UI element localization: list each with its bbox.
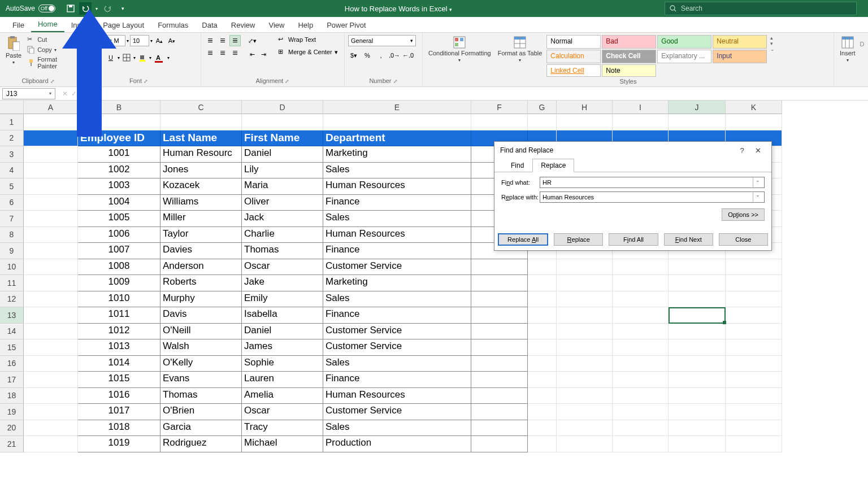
cell-A6[interactable] [24, 195, 78, 211]
fill-handle[interactable] [723, 321, 726, 324]
format-as-table-button[interactable]: Format as Table▾ [496, 35, 545, 64]
cell-E14[interactable]: Customer Service [323, 324, 471, 340]
cell-I13[interactable] [613, 307, 669, 324]
cell-B16[interactable]: 1014 [78, 356, 160, 372]
cell-G10[interactable] [528, 259, 557, 276]
row-header-14[interactable]: 14 [0, 324, 24, 340]
cell-I17[interactable] [613, 372, 669, 388]
cell-D1[interactable] [242, 114, 323, 130]
cell-D11[interactable]: Jake [242, 275, 323, 291]
cell-D3[interactable]: Daniel [242, 146, 323, 163]
tab-file[interactable]: File [6, 18, 31, 32]
column-header-I[interactable]: I [613, 101, 669, 114]
style-explanatory-[interactable]: Explanatory ... [657, 50, 711, 63]
cell-E15[interactable]: Customer Service [323, 339, 471, 356]
tab-data[interactable]: Data [195, 18, 224, 32]
cell-B6[interactable]: 1004 [78, 195, 160, 211]
cell-K20[interactable] [726, 420, 782, 437]
align-bottom-button[interactable]: ≡ [229, 35, 241, 46]
cell-K1[interactable] [726, 114, 782, 130]
cell-A10[interactable] [24, 259, 78, 276]
cell-B13[interactable]: 1011 [78, 307, 160, 324]
cell-K21[interactable] [726, 436, 782, 452]
font-size-input[interactable] [130, 35, 149, 46]
styles-more[interactable]: ⌄ [770, 46, 775, 52]
underline-button[interactable]: U [105, 52, 116, 63]
cell-I20[interactable] [613, 420, 669, 437]
cell-D17[interactable]: Lauren [242, 372, 323, 388]
tab-formulas[interactable]: Formulas [151, 18, 195, 32]
cell-C10[interactable]: Anderson [160, 259, 242, 276]
search-box[interactable]: Search [665, 2, 857, 15]
cell-H1[interactable] [557, 114, 613, 130]
cell-E13[interactable]: Finance [323, 307, 471, 324]
cell-A21[interactable] [24, 436, 78, 452]
cell-K19[interactable] [726, 404, 782, 420]
cell-H12[interactable] [557, 291, 613, 308]
help-button[interactable]: ? [734, 146, 750, 155]
number-launcher[interactable]: ⤢ [393, 79, 398, 84]
undo-button[interactable] [79, 2, 92, 15]
cell-D12[interactable]: Emily [242, 291, 323, 308]
cell-B9[interactable]: 1007 [78, 243, 160, 259]
wrap-text-button[interactable]: ↩Wrap Text [277, 35, 339, 44]
cell-G12[interactable] [528, 291, 557, 308]
cell-H19[interactable] [557, 404, 613, 420]
cell-K12[interactable] [726, 291, 782, 308]
cell-A19[interactable] [24, 404, 78, 420]
cell-D10[interactable]: Oscar [242, 259, 323, 276]
cell-D9[interactable]: Thomas [242, 243, 323, 259]
chevron-down-icon[interactable]: ▾ [127, 38, 129, 43]
row-header-20[interactable]: 20 [0, 420, 24, 437]
cell-C16[interactable]: O'Kelly [160, 356, 242, 372]
cell-F18[interactable] [471, 388, 528, 404]
column-header-E[interactable]: E [323, 101, 471, 114]
cell-E11[interactable]: Marketing [323, 275, 471, 291]
cell-A17[interactable] [24, 372, 78, 388]
cell-C1[interactable] [160, 114, 242, 130]
cell-D18[interactable]: Amelia [242, 388, 323, 404]
paste-button[interactable]: Paste ▾ [3, 35, 24, 66]
cell-C2[interactable]: Last Name [160, 130, 242, 147]
row-header-15[interactable]: 15 [0, 339, 24, 356]
cell-D5[interactable]: Maria [242, 178, 323, 195]
cell-J16[interactable] [669, 356, 726, 372]
orientation-button[interactable]: ⤢▾ [246, 35, 258, 46]
row-header-3[interactable]: 3 [0, 146, 24, 163]
row-header-19[interactable]: 19 [0, 404, 24, 420]
column-header-D[interactable]: D [242, 101, 323, 114]
row-header-4[interactable]: 4 [0, 163, 24, 179]
cell-E16[interactable]: Sales [323, 356, 471, 372]
cell-D15[interactable]: James [242, 339, 323, 356]
tab-replace[interactable]: Replace [532, 159, 574, 172]
cell-B11[interactable]: 1009 [78, 275, 160, 291]
cell-B18[interactable]: 1016 [78, 388, 160, 404]
cell-I11[interactable] [613, 275, 669, 291]
cell-C18[interactable]: Thomas [160, 388, 242, 404]
column-header-J[interactable]: J [669, 101, 726, 114]
cell-E21[interactable]: Production [323, 436, 471, 452]
autosave-switch[interactable]: Off [38, 5, 55, 12]
clipboard-launcher[interactable]: ⤢ [50, 79, 55, 84]
cell-C14[interactable]: O'Neill [160, 324, 242, 340]
cell-E19[interactable]: Customer Service [323, 404, 471, 420]
cell-A20[interactable] [24, 420, 78, 437]
cell-B19[interactable]: 1017 [78, 404, 160, 420]
cell-I18[interactable] [613, 388, 669, 404]
cell-C11[interactable]: Roberts [160, 275, 242, 291]
row-header-1[interactable]: 1 [0, 114, 24, 130]
column-header-C[interactable]: C [160, 101, 242, 114]
accounting-button[interactable]: $▾ [348, 50, 359, 61]
increase-indent-button[interactable]: ⇥ [258, 49, 269, 60]
cell-C19[interactable]: O'Brien [160, 404, 242, 420]
cell-G15[interactable] [528, 339, 557, 356]
row-header-6[interactable]: 6 [0, 195, 24, 211]
cell-A4[interactable] [24, 163, 78, 179]
cell-J14[interactable] [669, 324, 726, 340]
cell-H11[interactable] [557, 275, 613, 291]
cell-B1[interactable] [78, 114, 160, 130]
row-header-17[interactable]: 17 [0, 372, 24, 388]
cell-C20[interactable]: Garcia [160, 420, 242, 437]
cell-B17[interactable]: 1015 [78, 372, 160, 388]
cell-I1[interactable] [613, 114, 669, 130]
